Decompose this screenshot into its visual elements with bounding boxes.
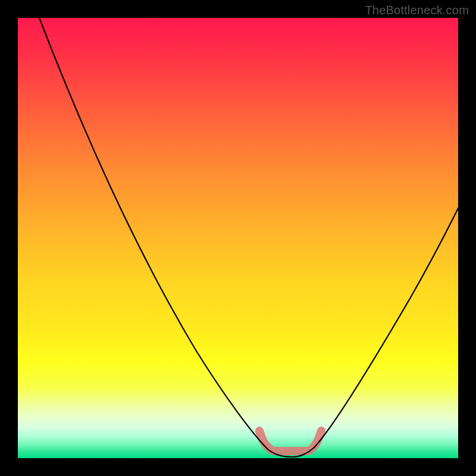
chart-svg xyxy=(18,18,458,458)
bottleneck-curve-line xyxy=(39,18,458,457)
optimal-band-highlight xyxy=(259,431,321,451)
chart-frame: TheBottleneck.com xyxy=(0,0,476,476)
chart-plot-area xyxy=(18,18,458,458)
watermark-text: TheBottleneck.com xyxy=(365,4,469,17)
